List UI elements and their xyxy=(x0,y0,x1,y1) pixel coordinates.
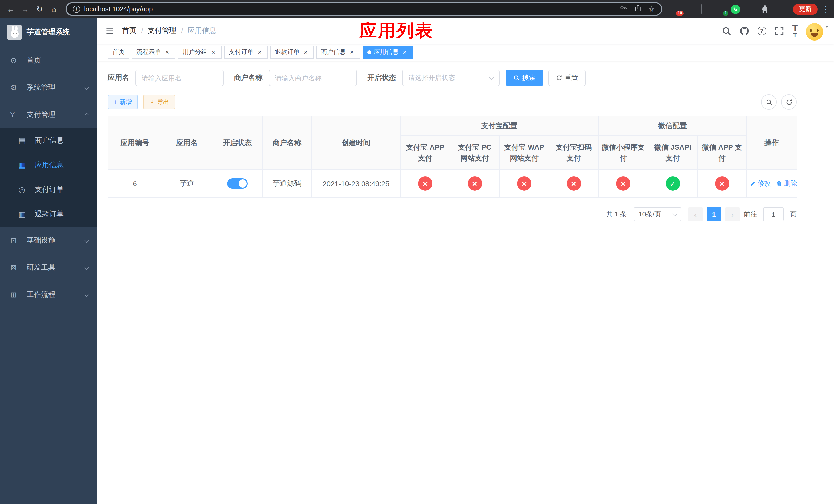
close-icon[interactable]: × xyxy=(163,48,171,55)
extension-drop-icon[interactable] xyxy=(686,4,696,14)
refresh-table-button[interactable] xyxy=(781,94,796,110)
sidebar-fold-icon[interactable] xyxy=(97,18,122,44)
url-bar[interactable]: i localhost:1024/pay/app ☆ xyxy=(66,2,662,16)
search-button[interactable]: 搜索 xyxy=(506,70,543,86)
status-cross-icon xyxy=(467,176,482,191)
page-size-select[interactable]: 10条/页 xyxy=(634,207,681,222)
col-header-merchant: 商户名称 xyxy=(262,116,312,169)
browser-menu-icon[interactable]: ⋮ xyxy=(822,4,830,14)
group-header-wechat: 微信配置 xyxy=(598,116,747,136)
next-page-button[interactable]: › xyxy=(725,207,740,222)
help-icon[interactable]: ? xyxy=(757,26,766,35)
page-title-annotation: 应用列表 xyxy=(359,19,433,43)
home-icon[interactable]: ⌂ xyxy=(47,2,61,16)
site-info-icon[interactable]: i xyxy=(73,5,80,13)
breadcrumb: 首页 / 支付管理 / 应用信息 xyxy=(122,26,216,36)
share-icon[interactable] xyxy=(634,4,641,14)
whatsapp-extension-icon[interactable] xyxy=(731,4,740,14)
chevron-down-icon xyxy=(85,238,89,243)
close-icon[interactable]: × xyxy=(210,48,217,55)
cell-wx-app xyxy=(697,169,747,198)
close-icon[interactable]: × xyxy=(401,48,408,55)
sidebar-item-payment[interactable]: ¥ 支付管理 xyxy=(0,101,97,128)
goto-page-input[interactable] xyxy=(763,207,784,222)
status-cross-icon xyxy=(567,176,581,191)
prev-page-button[interactable]: ‹ xyxy=(688,207,703,222)
status-toggle[interactable] xyxy=(227,178,247,189)
reset-button[interactable]: 重置 xyxy=(548,70,586,86)
reload-icon[interactable]: ↻ xyxy=(33,2,46,16)
status-select[interactable]: 请选择开启状态 xyxy=(402,70,500,86)
download-icon xyxy=(149,99,155,105)
pencil-icon xyxy=(750,181,756,187)
app-logo[interactable]: 芋道管理系统 xyxy=(0,18,97,47)
font-size-icon[interactable]: TT xyxy=(792,24,797,38)
export-button[interactable]: 导出 xyxy=(143,95,175,109)
extension-badge: 10 xyxy=(676,10,684,16)
search-icon xyxy=(766,99,772,105)
card-icon: ▤ xyxy=(19,136,31,145)
extension-dark-icon[interactable] xyxy=(701,4,710,14)
extension-colorful-icon[interactable]: 10 xyxy=(672,4,681,14)
refresh-icon xyxy=(556,75,562,81)
chevron-down-icon xyxy=(85,293,89,297)
col-header-actions: 操作 xyxy=(747,116,797,169)
breadcrumb-home[interactable]: 首页 xyxy=(122,26,136,36)
col-header-created: 创建时间 xyxy=(312,116,400,169)
fullscreen-icon[interactable] xyxy=(774,26,784,36)
sidebar-item-app-info[interactable]: ▦ 应用信息 xyxy=(0,153,97,177)
sidebar-item-refund-order[interactable]: ▥ 退款订单 xyxy=(0,202,97,227)
tab-app-info[interactable]: 应用信息 × xyxy=(363,45,413,59)
github-icon[interactable] xyxy=(739,26,749,36)
tab-merchant-info[interactable]: 商户信息 × xyxy=(316,45,360,59)
password-key-icon[interactable] xyxy=(619,4,627,14)
pagination: 共 1 条 10条/页 ‹ 1 › 前往 页 xyxy=(108,207,796,222)
table-toolbar: + 新增 导出 xyxy=(108,94,796,110)
browser-update-button[interactable]: 更新 xyxy=(793,3,818,15)
main-area: 首页 / 支付管理 / 应用信息 应用列表 ? xyxy=(97,18,834,504)
edit-link[interactable]: 修改 xyxy=(750,179,771,188)
merchant-name-input[interactable] xyxy=(269,70,357,86)
caret-down-icon: ▼ xyxy=(825,24,829,29)
tab-refund-order[interactable]: 退款订单 × xyxy=(270,45,314,59)
sidebar-item-workflow[interactable]: ⊞ 工作流程 xyxy=(0,281,97,308)
chevron-down-icon xyxy=(85,85,89,90)
search-icon[interactable] xyxy=(721,26,731,36)
forward-icon[interactable]: → xyxy=(19,2,32,16)
sidebar-item-infrastructure[interactable]: ⊡ 基础设施 xyxy=(0,227,97,254)
breadcrumb-payment[interactable]: 支付管理 xyxy=(148,26,176,36)
cell-alipay-wap xyxy=(499,169,549,198)
toggle-search-button[interactable] xyxy=(761,94,776,110)
toolbox-icon: ⊠ xyxy=(10,263,23,272)
navbar-actions: ? TT ▼ xyxy=(721,21,834,40)
green-square-extension-icon[interactable] xyxy=(746,4,755,14)
tab-pay-order[interactable]: 支付订单 × xyxy=(224,45,268,59)
app-name-input[interactable] xyxy=(135,70,224,86)
add-button[interactable]: + 新增 xyxy=(108,95,138,109)
tab-home[interactable]: 首页 xyxy=(108,45,129,59)
close-icon[interactable]: × xyxy=(348,48,355,55)
tab-process-form[interactable]: 流程表单 × xyxy=(132,45,175,59)
emoji-extension-icon[interactable] xyxy=(775,4,785,14)
active-dot xyxy=(367,50,371,54)
sidebar-item-system[interactable]: ⚙ 系统管理 xyxy=(0,74,97,101)
sidebar-item-merchant-info[interactable]: ▤ 商户信息 xyxy=(0,128,97,153)
extension-teal-icon[interactable]: 1 xyxy=(716,4,725,14)
col-header-app-name: 应用名 xyxy=(162,116,212,169)
tab-user-group[interactable]: 用户分组 × xyxy=(178,45,222,59)
close-icon[interactable]: × xyxy=(256,48,263,55)
close-icon[interactable]: × xyxy=(302,48,309,55)
sidebar-item-home[interactable]: ⊙ 首页 xyxy=(0,47,97,74)
user-menu[interactable]: ▼ xyxy=(806,21,829,40)
sidebar-item-pay-order[interactable]: ◎ 支付订单 xyxy=(0,177,97,202)
back-icon[interactable]: ← xyxy=(4,2,18,16)
status-cross-icon xyxy=(418,176,432,191)
bookmark-star-icon[interactable]: ☆ xyxy=(648,5,655,13)
extension-badge: 1 xyxy=(723,10,728,16)
rabbit-logo-icon xyxy=(7,25,22,40)
page-number-button[interactable]: 1 xyxy=(707,207,721,222)
delete-link[interactable]: 删除 xyxy=(776,179,797,188)
cell-status xyxy=(212,169,262,198)
sidebar-item-devtools[interactable]: ⊠ 研发工具 xyxy=(0,254,97,281)
puzzle-extensions-icon[interactable] xyxy=(761,4,770,14)
